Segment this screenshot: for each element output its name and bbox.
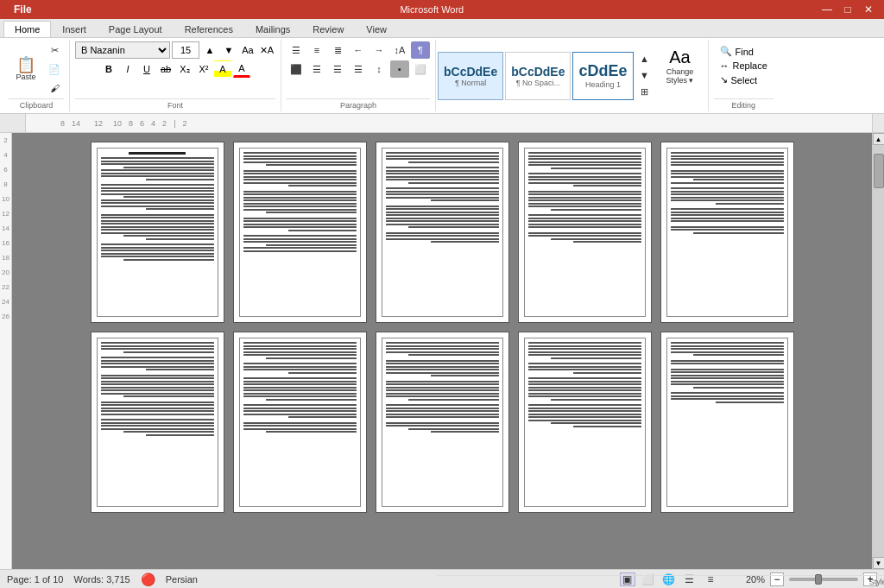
- style-heading1-btn[interactable]: cDdEe Heading 1: [572, 52, 633, 100]
- tab-review[interactable]: Review: [301, 21, 355, 37]
- change-case-btn[interactable]: Aa: [239, 41, 256, 59]
- document-page-3[interactable]: [376, 142, 509, 323]
- ruler-right-end: [872, 114, 884, 133]
- document-row-2: [21, 332, 863, 513]
- tab-home[interactable]: Home: [3, 21, 51, 37]
- find-item[interactable]: 🔍 Find: [717, 45, 770, 58]
- tab-page-layout[interactable]: Page Layout: [98, 21, 174, 37]
- styles-scroll-up-btn[interactable]: ▲: [635, 51, 654, 67]
- sort-btn[interactable]: ↕A: [390, 41, 409, 59]
- paragraph-label: Paragraph: [287, 98, 430, 110]
- close-button[interactable]: ✕: [860, 3, 877, 16]
- paste-icon: 📋: [16, 57, 35, 73]
- clipboard-label: Clipboard: [9, 98, 64, 110]
- align-center-btn[interactable]: ☰: [307, 60, 326, 78]
- tab-view[interactable]: View: [355, 21, 398, 37]
- clipboard-group: 📋 Paste ✂ 📄 🖌 Clipboard: [3, 40, 70, 111]
- style-heading1-label: Heading 1: [585, 80, 621, 89]
- cut-button[interactable]: ✂: [45, 41, 64, 59]
- replace-item[interactable]: ↔ Replace: [717, 60, 770, 72]
- document-page-2[interactable]: [233, 142, 367, 323]
- document-page-1[interactable]: [91, 142, 224, 323]
- format-painter-button[interactable]: 🖌: [45, 79, 64, 97]
- justify-btn[interactable]: ☰: [349, 60, 368, 78]
- font-size-decrease-btn[interactable]: ▼: [220, 41, 237, 59]
- decrease-indent-btn[interactable]: ←: [349, 41, 368, 59]
- word-count-icon[interactable]: 🔴: [141, 572, 155, 586]
- select-icon: ↘: [720, 74, 728, 85]
- superscript-btn[interactable]: X²: [195, 60, 212, 78]
- styles-group: bCcDdEe ¶ Normal bCcDdEe ¶ No Spaci... c…: [436, 40, 709, 111]
- document-area[interactable]: [12, 133, 872, 569]
- language-info[interactable]: Persian: [166, 574, 198, 585]
- increase-indent-btn[interactable]: →: [369, 41, 388, 59]
- align-right-btn[interactable]: ☰: [328, 60, 347, 78]
- multilevel-btn[interactable]: ≣: [328, 41, 347, 59]
- align-left-btn[interactable]: ⬛: [287, 60, 306, 78]
- select-label: Select: [731, 75, 758, 85]
- font-label: Font: [75, 98, 275, 110]
- document-page-5[interactable]: [660, 142, 794, 323]
- borders-btn[interactable]: ⬜: [411, 60, 430, 78]
- find-icon: 🔍: [720, 46, 732, 57]
- copy-button[interactable]: 📄: [45, 60, 64, 78]
- underline-btn[interactable]: U: [138, 60, 155, 78]
- text-highlight-btn[interactable]: A: [214, 60, 231, 78]
- minimize-button[interactable]: —: [818, 3, 836, 16]
- document-page-7[interactable]: [233, 332, 367, 513]
- select-item[interactable]: ↘ Select: [717, 73, 770, 86]
- scroll-track[interactable]: [873, 145, 884, 557]
- strikethrough-btn[interactable]: ab: [157, 60, 174, 78]
- maximize-button[interactable]: □: [839, 3, 856, 16]
- font-color-btn[interactable]: A: [233, 60, 250, 78]
- styles-scroll-down-btn[interactable]: ▼: [635, 67, 654, 84]
- italic-btn[interactable]: I: [119, 60, 136, 78]
- ribbon-tabs: Home Insert Page Layout References Maili…: [0, 19, 884, 38]
- style-no-spacing-btn[interactable]: bCcDdEe ¶ No Spaci...: [505, 52, 571, 100]
- scroll-thumb[interactable]: [874, 154, 884, 188]
- font-row1: B Nazanin ▲ ▼ Aa ✕A: [75, 41, 275, 59]
- font-size-input[interactable]: [172, 41, 199, 59]
- change-styles-label: ChangeStyles ▾: [666, 67, 693, 85]
- numbering-btn[interactable]: ≡: [307, 41, 326, 59]
- replace-label: Replace: [733, 60, 767, 71]
- scroll-up-btn[interactable]: ▲: [873, 133, 885, 145]
- style-normal-label: ¶ Normal: [455, 79, 486, 87]
- font-name-select[interactable]: B Nazanin: [75, 41, 170, 59]
- document-row-1: [21, 142, 863, 323]
- line-spacing-btn[interactable]: ↕: [369, 60, 388, 78]
- styles-expand-btn[interactable]: ⊞: [635, 84, 654, 100]
- style-normal-btn[interactable]: bCcDdEe ¶ Normal: [438, 52, 503, 100]
- style-no-spacing-label: ¶ No Spaci...: [516, 79, 560, 87]
- bullets-btn[interactable]: ☰: [287, 41, 306, 59]
- paste-button[interactable]: 📋 Paste: [9, 45, 43, 93]
- document-page-10[interactable]: [660, 332, 794, 513]
- change-styles-button[interactable]: Aa ChangeStyles ▾: [654, 41, 706, 90]
- document-page-8[interactable]: [376, 332, 509, 513]
- title-bar: File Microsoft Word — □ ✕: [0, 0, 884, 19]
- find-label: Find: [736, 47, 754, 57]
- window-controls: — □ ✕: [818, 3, 877, 16]
- shading-btn[interactable]: ▪: [390, 60, 409, 78]
- zoom-slider[interactable]: [789, 578, 858, 581]
- zoom-thumb[interactable]: [815, 574, 822, 585]
- tab-references[interactable]: References: [174, 21, 244, 37]
- para-row1: ☰ ≡ ≣ ← → ↕A ¶: [287, 41, 430, 59]
- document-page-6[interactable]: [91, 332, 224, 513]
- file-button[interactable]: File: [7, 2, 39, 17]
- document-page-4[interactable]: [518, 142, 652, 323]
- ruler: 8 14 12 10 8 6 4 2 | 2: [26, 114, 872, 133]
- font-size-increase-btn[interactable]: ▲: [201, 41, 218, 59]
- page-info: Page: 1 of 10: [7, 574, 63, 585]
- clear-format-btn[interactable]: ✕A: [258, 41, 275, 59]
- vertical-scrollbar[interactable]: ▲ ▼: [872, 133, 884, 569]
- tab-insert[interactable]: Insert: [51, 21, 98, 37]
- ruler-corner: [0, 114, 26, 133]
- ruler-container: 8 14 12 10 8 6 4 2 | 2: [0, 114, 884, 133]
- tab-mailings[interactable]: Mailings: [244, 21, 301, 37]
- scroll-down-btn[interactable]: ▼: [873, 557, 885, 569]
- bold-btn[interactable]: B: [100, 60, 117, 78]
- subscript-btn[interactable]: X₂: [176, 60, 193, 78]
- show-hide-btn[interactable]: ¶: [411, 41, 430, 59]
- document-page-9[interactable]: [518, 332, 652, 513]
